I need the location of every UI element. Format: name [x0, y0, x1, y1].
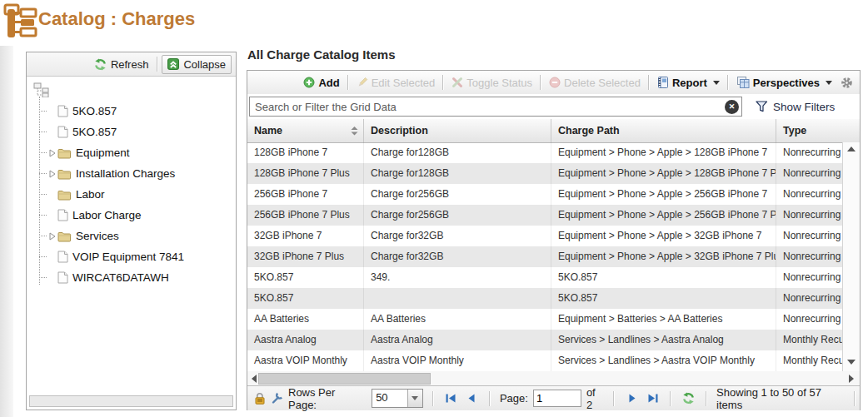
table-row[interactable]: 32GB iPhone 7 PlusCharge for32GBEquipmen… — [247, 246, 843, 267]
tree-item[interactable]: Installation Charges — [33, 163, 236, 184]
cell-description: 349. — [364, 267, 551, 288]
table-row[interactable]: 5KO.857349.5KO.857Nonrecurring — [247, 267, 843, 288]
tree-item[interactable]: Equipment — [33, 142, 236, 163]
scroll-up-icon[interactable] — [847, 146, 856, 151]
rows-per-page-select[interactable]: 50 — [372, 389, 422, 408]
cell-charge-path: 5KO.857 — [551, 267, 776, 288]
horizontal-scroll-thumb[interactable] — [258, 373, 431, 385]
cell-charge-path: Equipment > Phone > Apple > 32GB iPhone … — [551, 226, 776, 246]
folder-icon — [57, 168, 72, 180]
tree-item[interactable]: 5KO.857 — [33, 122, 236, 142]
scroll-left-icon[interactable] — [252, 375, 257, 383]
sort-icon[interactable] — [351, 127, 358, 136]
column-header-description[interactable]: Description — [364, 119, 551, 142]
cell-name: Aastra Analog — [247, 330, 364, 350]
cell-description: Aastra VOIP Monthly — [364, 350, 551, 371]
toolbar-separator — [442, 75, 444, 90]
cell-name: 128GB iPhone 7 — [247, 142, 364, 163]
toggle-status-label: Toggle Status — [466, 77, 532, 89]
scroll-right-icon[interactable] — [849, 375, 854, 383]
delete-selected-button[interactable]: Delete Selected — [545, 77, 645, 89]
perspectives-menu-button[interactable]: Perspectives — [732, 77, 836, 89]
add-button[interactable]: Add — [299, 77, 343, 89]
table-header: Name Description Charge Path Type — [247, 119, 860, 143]
file-icon — [57, 126, 68, 138]
reload-grid-button[interactable] — [681, 390, 696, 407]
toggle-status-button[interactable]: Toggle Status — [447, 77, 536, 89]
column-header-type[interactable]: Type — [776, 119, 860, 142]
edit-selected-button[interactable]: Edit Selected — [352, 77, 440, 89]
tree-item[interactable]: Labor — [33, 184, 236, 205]
column-header-charge-path[interactable]: Charge Path — [551, 119, 776, 142]
refresh-icon — [94, 58, 107, 71]
cell-type: Nonrecurring — [776, 267, 843, 288]
lock-icon[interactable] — [254, 392, 266, 405]
clear-search-icon[interactable]: ✕ — [725, 100, 739, 114]
collapse-icon — [167, 58, 179, 70]
page-number-input[interactable] — [533, 390, 581, 407]
page-header: Catalog : Charges — [0, 0, 868, 46]
next-page-button[interactable] — [624, 390, 640, 407]
perspectives-caret-icon — [826, 81, 832, 85]
table-row[interactable]: 256GB iPhone 7 PlusCharge for256GBEquipm… — [247, 205, 843, 226]
expander-triangle-icon[interactable] — [47, 232, 57, 241]
search-input[interactable] — [249, 97, 742, 117]
cell-description: Charge for256GB — [364, 184, 551, 205]
cell-charge-path: Equipment > Phone > Apple > 32GB iPhone … — [551, 246, 776, 267]
footer-separator — [613, 391, 615, 406]
report-caret-icon — [713, 81, 720, 85]
table-row[interactable]: 128GB iPhone 7 PlusCharge for128GBEquipm… — [247, 163, 843, 184]
tree-connector — [39, 277, 47, 278]
tree-item[interactable]: 5KO.857 — [33, 101, 236, 122]
cell-name: 5KO.857 — [247, 288, 364, 309]
table-body: 128GB iPhone 7Charge for128GBEquipment >… — [247, 142, 843, 371]
table-row[interactable]: 32GB iPhone 7Charge for32GBEquipment > P… — [247, 226, 843, 246]
last-page-button[interactable] — [645, 390, 661, 407]
toolbar-separator — [157, 57, 158, 72]
table-row[interactable]: Aastra VOIP MonthlyAastra VOIP MonthlySe… — [247, 350, 843, 371]
tree-item-label: 5KO.857 — [72, 105, 117, 117]
show-filters-button[interactable]: Show Filters — [756, 101, 835, 113]
table-row[interactable]: AA BatteriesAA BatteriesEquipment > Batt… — [247, 309, 843, 330]
cell-description: AA Batteries — [364, 309, 551, 330]
cell-type: Monthly Recurring — [776, 330, 843, 350]
tree-item[interactable]: VOIP Equipment 7841 — [33, 246, 236, 267]
tree-item[interactable]: Services — [33, 226, 236, 246]
footer-separator — [706, 391, 707, 406]
cell-name: 32GB iPhone 7 Plus — [247, 246, 364, 267]
wrench-icon[interactable] — [271, 392, 283, 405]
catalog-tree-panel: Refresh Collapse — [26, 52, 237, 410]
cell-name: AA Batteries — [247, 309, 364, 330]
table-row[interactable]: 5KO.8575KO.857Nonrecurring — [247, 288, 843, 309]
tree-item-label: VOIP Equipment 7841 — [72, 251, 184, 263]
scroll-down-icon[interactable] — [847, 360, 856, 365]
charge-grid: Add Edit Selected — [247, 70, 861, 410]
tree-item-label: WIRCAT6DATAWH — [72, 271, 169, 284]
first-page-button[interactable] — [443, 390, 459, 407]
tree-item[interactable]: WIRCAT6DATAWH — [33, 267, 236, 288]
tree-item[interactable]: Labor Charge — [33, 205, 236, 226]
refresh-button[interactable]: Refresh — [89, 56, 154, 73]
horizontal-scrollbar[interactable] — [247, 371, 860, 386]
cell-name: 128GB iPhone 7 Plus — [247, 163, 364, 184]
column-header-name[interactable]: Name — [247, 119, 364, 142]
perspectives-icon — [736, 77, 750, 89]
collapse-button[interactable]: Collapse — [162, 55, 232, 74]
cell-charge-path: 5KO.857 — [551, 288, 776, 309]
footer-separator — [670, 391, 671, 406]
report-menu-button[interactable]: Report — [653, 77, 724, 89]
table-row[interactable]: 256GB iPhone 7Charge for256GBEquipment >… — [247, 184, 843, 205]
expander-triangle-icon[interactable] — [47, 170, 57, 178]
footer-separator — [854, 391, 856, 406]
page-label: Page: — [500, 392, 528, 405]
edit-icon — [357, 77, 368, 88]
expander-triangle-icon[interactable] — [47, 149, 57, 157]
show-filters-label: Show Filters — [773, 101, 835, 113]
previous-page-button[interactable] — [464, 390, 480, 407]
vertical-scrollbar[interactable] — [842, 142, 860, 371]
table-row[interactable]: 128GB iPhone 7Charge for128GBEquipment >… — [247, 142, 843, 163]
table-row[interactable]: Aastra AnalogAastra AnalogServices > Lan… — [247, 330, 843, 350]
gear-icon — [841, 77, 853, 89]
grid-settings-button[interactable] — [836, 77, 855, 89]
cell-description: Charge for128GB — [364, 163, 551, 184]
